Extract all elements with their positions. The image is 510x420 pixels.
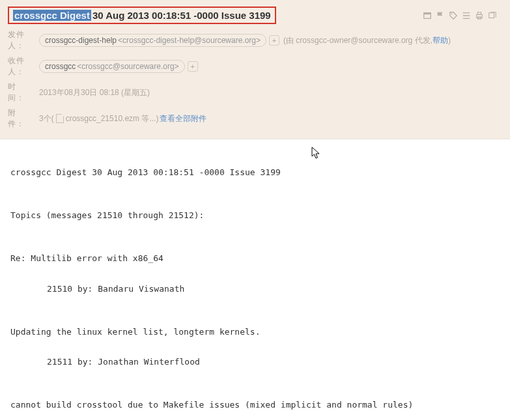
body-line: Re: Multilib error with x86_64 [10,251,500,266]
flag-icon[interactable] [436,11,445,20]
time-row: 时 间： 2013年08月30日 08:18 (星期五) [8,81,502,104]
print-icon[interactable] [475,11,484,20]
attach-filename: crossgcc_21510.ezm 等...) [66,113,159,124]
subject-rest: 30 Aug 2013 00:18:51 -0000 Issue 3199 [92,10,271,21]
body-line: Topics (messages 21510 through 21512): [10,208,500,223]
svg-rect-4 [477,12,481,14]
add-recipient-button[interactable]: + [188,61,198,72]
to-chip[interactable]: crossgcc <crossgcc@sourceware.org> [39,60,185,73]
subject-box: crossgcc Digest 30 Aug 2013 00:18:51 -00… [8,7,276,24]
svg-rect-6 [489,12,494,18]
from-label: 发件人： [8,29,39,51]
from-chip[interactable]: crossgcc-digest-help <crossgcc-digest-he… [39,34,266,47]
file-icon [56,114,64,123]
help-link[interactable]: 帮助 [432,36,448,45]
subject-row: crossgcc Digest 30 Aug 2013 00:18:51 -00… [8,7,502,24]
subject-highlighted: crossgcc Digest [13,10,91,21]
to-email: <crossgcc@sourceware.org> [77,62,178,71]
attach-row: 附 件： 3个( crossgcc_21510.ezm 等...) 查看全部附件 [8,107,502,130]
time-label: 时 间： [8,81,39,104]
email-body: crossgcc Digest 30 Aug 2013 00:18:51 -00… [0,139,510,420]
list-icon[interactable] [462,11,471,20]
to-row: 收件人： crossgcc <crossgcc@sourceware.org> … [8,55,502,77]
view-all-attachments-link[interactable]: 查看全部附件 [160,113,206,124]
body-line: cannot build crosstool due to Makefile i… [10,398,500,412]
svg-point-2 [451,13,453,14]
tag-icon[interactable] [449,11,458,20]
attach-count: 3个( [39,113,54,124]
email-header: crossgcc Digest 30 Aug 2013 00:18:51 -00… [0,0,510,139]
svg-rect-1 [424,12,431,14]
attach-label: 附 件： [8,107,39,130]
to-name: crossgcc [45,62,76,71]
to-label: 收件人： [8,55,39,77]
action-bar [423,11,502,20]
from-row: 发件人： crossgcc-digest-help <crossgcc-dige… [8,29,502,51]
body-line: Updating the linux kernel list, longterm… [10,325,500,339]
window-icon[interactable] [423,11,432,20]
from-email: <crossgcc-digest-help@sourceware.org> [118,36,261,45]
body-line-indent: 21511 by: Jonathan Winterflood [47,355,500,369]
from-suffix: (由 crossgcc-owner@sourceware.org 代发,帮助) [283,35,451,46]
body-line-indent: 21510 by: Bandaru Viswanath [47,282,500,296]
more-icon[interactable] [488,11,497,20]
time-value: 2013年08月30日 08:18 (星期五) [39,87,150,98]
body-line: crossgcc Digest 30 Aug 2013 00:18:51 -00… [10,165,500,180]
from-name: crossgcc-digest-help [45,36,117,45]
add-sender-button[interactable]: + [269,35,279,46]
